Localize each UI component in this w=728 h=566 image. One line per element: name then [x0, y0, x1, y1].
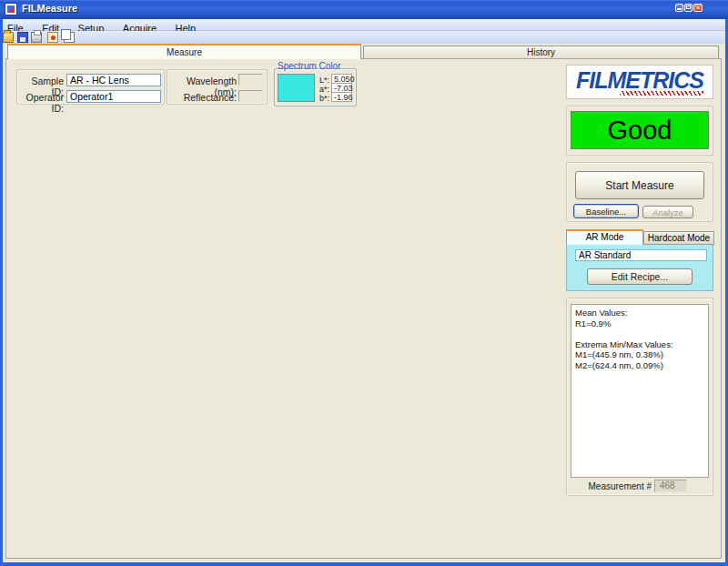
operator-id-label: Operator ID: — [13, 92, 64, 114]
results-text: Mean Values: R1=0.9% Extrema Min/Max Val… — [571, 304, 709, 478]
print-icon[interactable] — [31, 32, 42, 43]
analyze-button[interactable]: Analyze — [642, 206, 693, 218]
spectrum-color-title: Spectrum Color — [278, 61, 340, 71]
open-icon[interactable] — [3, 32, 14, 43]
save-icon[interactable] — [17, 32, 28, 43]
tab-measure[interactable]: Measure — [7, 44, 361, 59]
close-button[interactable]: × — [693, 4, 703, 12]
recipe-input[interactable] — [575, 249, 707, 261]
lab-b-label: b*: — [317, 94, 329, 103]
operator-id-input[interactable] — [66, 90, 161, 103]
lab-b-value: -1.96 — [331, 92, 352, 102]
app-window: FILMeasure × File Edit Setup Acquire Hel… — [0, 0, 728, 566]
restore-icon — [686, 5, 691, 9]
tab-ar-mode[interactable]: AR Mode — [566, 229, 643, 245]
sample-id-input[interactable] — [66, 74, 161, 86]
filmetrics-logo: FILMETRICS — [566, 65, 713, 99]
baseline-button[interactable]: Baseline... — [573, 204, 639, 218]
window-frame-left — [0, 19, 3, 566]
brand-hatch-decoration — [620, 91, 703, 96]
tab-history[interactable]: History — [363, 45, 719, 59]
wavelength-readout — [238, 74, 263, 86]
status-indicator: Good — [571, 111, 709, 149]
minimize-button[interactable] — [675, 4, 683, 12]
lab-l-label: L*: — [317, 76, 329, 85]
spectrum-color-swatch — [278, 74, 315, 102]
title-bar: FILMeasure × — [0, 0, 728, 19]
app-icon — [5, 3, 17, 15]
tab-hardcoat-mode[interactable]: Hardcoat Mode — [643, 231, 714, 245]
edit-recipe-button[interactable]: Edit Recipe... — [587, 268, 693, 285]
reflectance-label: Reflectance: — [167, 92, 237, 103]
menu-bar: File Edit Setup Acquire Help — [0, 19, 728, 31]
copy-icon[interactable] — [64, 32, 75, 43]
window-title: FILMeasure — [22, 3, 77, 14]
start-measure-button[interactable]: Start Measure — [575, 171, 704, 199]
measurement-number-label: Measurement # — [582, 481, 652, 491]
recipe-icon[interactable] — [47, 32, 58, 43]
lab-a-label: a*: — [317, 85, 329, 94]
restore-button[interactable] — [684, 4, 693, 12]
window-frame-bottom — [0, 562, 728, 566]
measurement-number-value: 468 — [654, 480, 687, 492]
toolbar — [0, 31, 728, 44]
minimize-icon — [677, 8, 682, 10]
reflectance-readout — [238, 90, 263, 102]
